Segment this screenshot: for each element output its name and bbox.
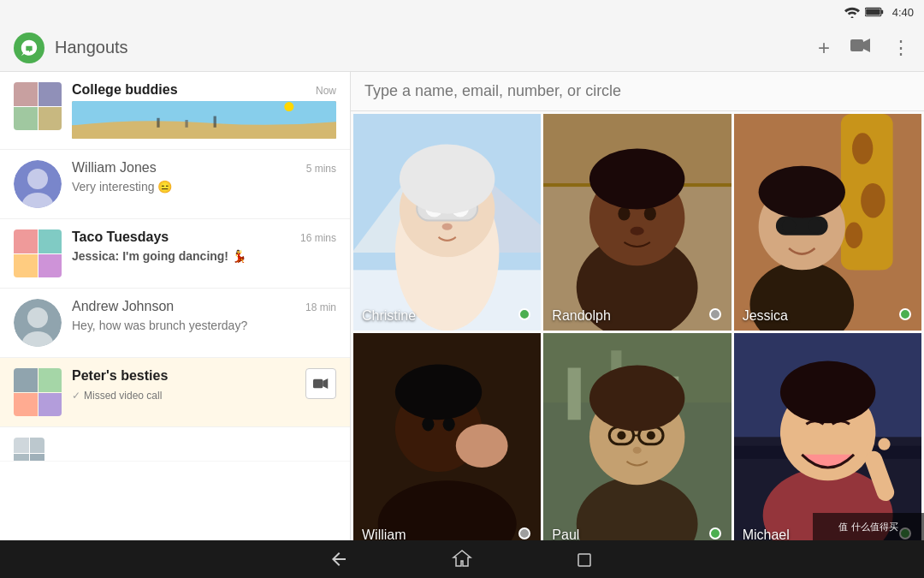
- contact-card-randolph[interactable]: Randolph: [543, 114, 731, 331]
- peters-besties-name: Peter's besties: [72, 368, 168, 384]
- battery-icon: [865, 7, 884, 17]
- conv-item-william-jones[interactable]: William Jones 5 mins Very interesting 😑: [0, 150, 350, 219]
- paul-name: Paul: [552, 527, 579, 540]
- conv-item-peters-besties[interactable]: Peter's besties ✓ Missed video call: [0, 358, 350, 427]
- hangouts-logo-icon: [20, 39, 38, 57]
- svg-rect-11: [185, 120, 187, 128]
- christine-name: Christine: [362, 308, 416, 324]
- svg-marker-5: [863, 39, 870, 52]
- svg-point-0: [850, 16, 853, 18]
- taco-tuesdays-header: Taco Tuesdays 16 mins: [72, 229, 336, 245]
- college-buddies-info: College buddies Now: [72, 82, 336, 139]
- svg-point-74: [647, 432, 655, 440]
- svg-rect-3: [866, 9, 880, 15]
- app-title: Hangouts: [55, 38, 818, 57]
- college-buddies-time: Now: [316, 85, 336, 97]
- app-toolbar: Hangouts + ⋮: [0, 24, 924, 72]
- partial-avatar: [14, 438, 44, 462]
- toolbar-actions: + ⋮: [818, 36, 910, 60]
- svg-point-47: [845, 223, 862, 248]
- conv-item-college-buddies[interactable]: College buddies Now: [0, 72, 350, 150]
- status-icons: 4:40: [844, 6, 914, 19]
- svg-point-46: [861, 183, 885, 218]
- taco-tuesdays-info: Taco Tuesdays 16 mins Jessica: I'm going…: [72, 229, 336, 264]
- svg-point-30: [400, 144, 495, 213]
- contact-card-paul[interactable]: Paul: [543, 333, 731, 540]
- peters-besties-avatar: [14, 368, 62, 416]
- left-panel: College buddies Now: [0, 72, 351, 540]
- svg-point-61: [395, 365, 482, 420]
- taco-tuesdays-time: 16 mins: [300, 232, 336, 244]
- search-input[interactable]: [364, 82, 910, 100]
- svg-rect-9: [157, 118, 159, 128]
- svg-point-75: [633, 447, 642, 454]
- william-jones-time: 5 mins: [306, 163, 336, 175]
- william-jones-header: William Jones 5 mins: [72, 160, 336, 176]
- william-jones-avatar: [14, 160, 62, 208]
- svg-rect-2: [881, 10, 883, 15]
- paul-photo: [543, 333, 731, 540]
- svg-point-52: [808, 219, 821, 233]
- andrew-johnson-avatar: [14, 299, 62, 347]
- checkmark-icon: ✓: [72, 390, 80, 402]
- peters-besties-info: Peter's besties ✓ Missed video call: [72, 368, 305, 402]
- svg-rect-18: [313, 379, 323, 389]
- svg-point-76: [589, 366, 684, 432]
- andrew-johnson-time: 18 min: [305, 301, 336, 313]
- contact-card-christine[interactable]: Christine: [353, 114, 541, 331]
- taco-tuesdays-preview: Jessica: I'm going dancing! 💃: [72, 249, 246, 263]
- watermark-text: 值 什么值得买: [838, 521, 897, 533]
- svg-point-29: [442, 223, 453, 230]
- andrew-johnson-preview: Hey, how was brunch yesterday?: [72, 319, 247, 332]
- taco-tuesdays-name: Taco Tuesdays: [72, 229, 169, 245]
- jessica-photo: [734, 114, 921, 331]
- contact-card-michael[interactable]: Michael: [734, 333, 921, 540]
- search-bar: [351, 72, 924, 111]
- andrew-johnson-header: Andrew Johnson 18 min: [72, 299, 336, 314]
- andrew-johnson-name: Andrew Johnson: [72, 299, 174, 314]
- conv-item-partial[interactable]: [0, 427, 350, 462]
- svg-point-58: [456, 425, 508, 468]
- missed-call-text: Missed video call: [84, 390, 162, 402]
- svg-point-83: [780, 361, 875, 424]
- back-button[interactable]: [329, 549, 349, 569]
- right-panel: Christine: [351, 72, 924, 540]
- conv-item-taco-tuesdays[interactable]: Taco Tuesdays 16 mins Jessica: I'm going…: [0, 219, 350, 289]
- conv-item-andrew-johnson[interactable]: Andrew Johnson 18 min Hey, how was brunc…: [0, 289, 350, 358]
- michael-name: Michael: [743, 527, 790, 540]
- add-button[interactable]: +: [818, 36, 830, 60]
- svg-marker-19: [323, 378, 328, 389]
- svg-rect-10: [214, 116, 216, 128]
- app-logo: [14, 33, 44, 63]
- william-name: William: [362, 527, 406, 540]
- svg-point-13: [27, 169, 48, 189]
- peters-besties-header: Peter's besties: [72, 368, 305, 384]
- svg-point-8: [284, 102, 293, 111]
- more-button[interactable]: ⋮: [891, 37, 910, 59]
- recent-apps-icon: [575, 549, 595, 569]
- svg-point-40: [589, 149, 684, 210]
- svg-rect-86: [578, 554, 590, 566]
- home-icon: [452, 549, 472, 569]
- status-bar: 4:40: [0, 0, 924, 24]
- michael-photo: [734, 333, 921, 540]
- video-call-button[interactable]: [305, 368, 336, 399]
- missed-call-badge: ✓ Missed video call: [72, 390, 162, 402]
- svg-point-53: [758, 166, 844, 218]
- contact-card-william[interactable]: William: [353, 333, 541, 540]
- preview-gradient: [72, 101, 336, 139]
- back-icon: [329, 549, 349, 569]
- contact-card-jessica[interactable]: Jessica: [734, 114, 921, 331]
- randolph-name: Randolph: [552, 308, 611, 324]
- recent-apps-button[interactable]: [575, 549, 595, 569]
- video-call-icon: [313, 378, 329, 390]
- svg-point-16: [27, 307, 48, 328]
- video-icon: [850, 38, 871, 53]
- home-button[interactable]: [452, 549, 472, 569]
- video-button[interactable]: [850, 38, 871, 57]
- randolph-photo: [543, 114, 731, 331]
- william-photo: [353, 333, 541, 540]
- nav-bar: [0, 540, 924, 578]
- college-buddies-name: College buddies: [72, 82, 178, 98]
- svg-point-51: [782, 219, 796, 233]
